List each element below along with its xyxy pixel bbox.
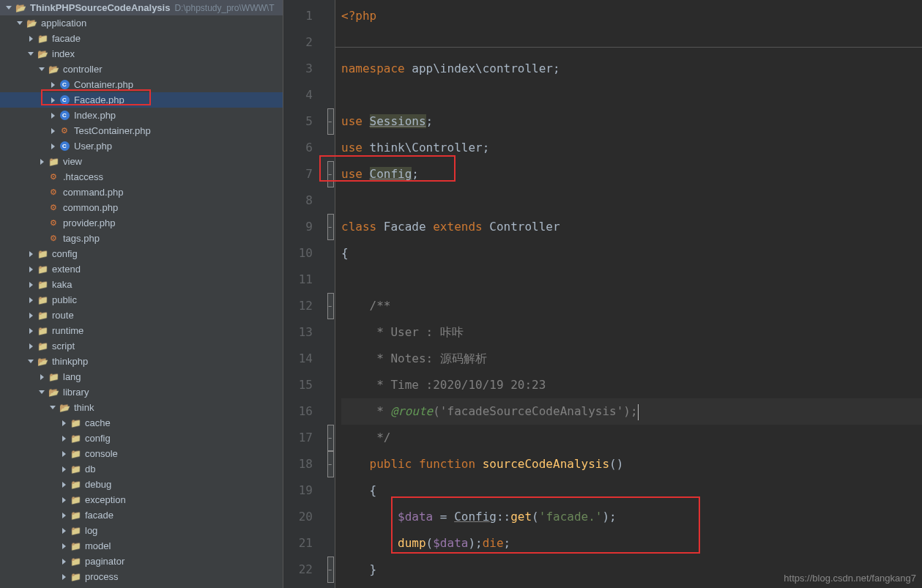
gear-icon — [48, 233, 59, 245]
tree-item-index[interactable]: index — [0, 46, 283, 62]
tree-item-facade[interactable]: facade — [0, 31, 283, 46]
chevron-right-icon[interactable] — [61, 543, 67, 549]
tree-item-route[interactable]: route — [0, 308, 283, 323]
chevron-right-icon[interactable] — [28, 36, 34, 42]
code-token: use — [341, 141, 370, 155]
chevron-right-icon[interactable] — [28, 297, 34, 303]
tree-item-tags-php[interactable]: tags.php — [0, 231, 283, 246]
code-token: public — [370, 457, 419, 471]
tree-item-thinkphp[interactable]: thinkphp — [0, 354, 283, 369]
chevron-right-icon[interactable] — [50, 128, 56, 134]
tree-item-facade[interactable]: facade — [0, 507, 283, 523]
chevron-right-icon[interactable] — [61, 466, 67, 472]
fold-toggle-icon[interactable]: − — [327, 161, 334, 187]
tree-item-config[interactable]: config — [0, 431, 283, 446]
chevron-right-icon[interactable] — [28, 267, 34, 272]
tree-item-label: runtime — [52, 325, 83, 336]
tree-item-label: model — [85, 540, 111, 551]
tree-item-container-php[interactable]: Container.php — [0, 77, 283, 92]
chevron-right-icon[interactable] — [28, 251, 34, 257]
tree-item-script[interactable]: script — [0, 338, 283, 354]
chevron-down-icon[interactable] — [39, 67, 45, 72]
tree-item-cache[interactable]: cache — [0, 415, 283, 431]
tree-item-log[interactable]: log — [0, 523, 283, 538]
tree-item-runtime[interactable]: runtime — [0, 323, 283, 338]
chevron-right-icon[interactable] — [28, 282, 34, 288]
chevron-right-icon[interactable] — [61, 482, 67, 488]
chevron-down-icon[interactable] — [39, 390, 45, 395]
tree-item-db[interactable]: db — [0, 461, 283, 477]
tree-item-process[interactable]: process — [0, 569, 283, 584]
chevron-right-icon[interactable] — [28, 328, 34, 334]
chevron-right-icon[interactable] — [61, 420, 67, 426]
code-editor[interactable]: 12345678910111213141516171819202122 −−−−… — [283, 0, 922, 588]
line-number: 11 — [283, 267, 326, 293]
project-tree-sidebar[interactable]: ThinkPHPSourceCodeAnalysisD:\phpstudy_pr… — [0, 0, 283, 588]
chevron-right-icon[interactable] — [39, 159, 45, 165]
chevron-right-icon[interactable] — [61, 513, 67, 518]
code-area[interactable]: <?php namespace app\index\controller; us… — [335, 0, 922, 588]
tree-item-public[interactable]: public — [0, 292, 283, 308]
line-number: 7 — [283, 161, 326, 187]
tree-item-console[interactable]: console — [0, 446, 283, 461]
fold-toggle-icon[interactable]: − — [327, 214, 334, 240]
chevron-right-icon[interactable] — [61, 574, 67, 580]
chevron-down-icon[interactable] — [28, 359, 34, 365]
tree-item-paginator[interactable]: paginator — [0, 554, 283, 569]
tree-item-index-php[interactable]: Index.php — [0, 108, 283, 123]
chevron-down-icon[interactable] — [17, 21, 23, 26]
chevron-right-icon[interactable] — [50, 144, 56, 149]
tree-item-extend[interactable]: extend — [0, 261, 283, 277]
tree-item-common-php[interactable]: common.php — [0, 200, 283, 215]
chevron-right-icon[interactable] — [28, 313, 34, 319]
text-caret — [638, 404, 639, 420]
line-number: 14 — [283, 346, 326, 372]
tree-item-label: lang — [63, 371, 81, 382]
tree-item-testcontainer-php[interactable]: TestContainer.php — [0, 123, 283, 138]
tree-item-lang[interactable]: lang — [0, 369, 283, 384]
tree-item-provider-php[interactable]: provider.php — [0, 215, 283, 231]
tree-item-application[interactable]: application — [0, 15, 283, 31]
tree-item-library[interactable]: library — [0, 384, 283, 400]
chevron-right-icon[interactable] — [50, 82, 56, 88]
fold-toggle-icon[interactable]: − — [327, 451, 334, 477]
tree-item-model[interactable]: model — [0, 538, 283, 554]
chevron-right-icon[interactable] — [61, 497, 67, 503]
tree-item-command-php[interactable]: command.php — [0, 185, 283, 200]
tree-item-controller[interactable]: controller — [0, 62, 283, 77]
chevron-right-icon[interactable] — [61, 528, 67, 534]
tree-item-label: Container.php — [74, 79, 133, 90]
chevron-right-icon[interactable] — [61, 559, 67, 565]
chevron-down-icon[interactable] — [6, 5, 12, 11]
fold-toggle-icon[interactable]: − — [327, 293, 334, 319]
tree-item-think[interactable]: think — [0, 400, 283, 415]
tree-item-view[interactable]: view — [0, 154, 283, 169]
tree-item-label: .htaccess — [63, 171, 103, 182]
tree-item--htaccess[interactable]: .htaccess — [0, 169, 283, 185]
fold-cell: − — [326, 557, 335, 583]
chevron-down-icon[interactable] — [50, 405, 56, 411]
chevron-right-icon[interactable] — [50, 97, 56, 103]
tree-item-label: User.php — [74, 141, 112, 152]
chevron-down-icon[interactable] — [28, 51, 34, 57]
code-annotation: @route — [390, 404, 433, 418]
tree-item-user-php[interactable]: User.php — [0, 138, 283, 154]
folder-icon — [37, 340, 48, 352]
chevron-right-icon[interactable] — [28, 343, 34, 349]
fold-toggle-icon[interactable]: − — [327, 557, 334, 583]
code-comment: * — [341, 404, 390, 418]
tree-item-thinkphpsourcecodeanalysis[interactable]: ThinkPHPSourceCodeAnalysisD:\phpstudy_pr… — [0, 0, 283, 15]
tree-item-label: route — [52, 310, 74, 321]
chevron-right-icon[interactable] — [61, 436, 67, 442]
chevron-right-icon[interactable] — [50, 113, 56, 119]
chevron-right-icon[interactable] — [61, 451, 67, 457]
tree-item-kaka[interactable]: kaka — [0, 277, 283, 292]
fold-toggle-icon[interactable]: − — [327, 108, 334, 135]
tree-item-exception[interactable]: exception — [0, 492, 283, 507]
tree-item-facade-php[interactable]: Facade.php — [0, 92, 283, 108]
tree-item-config[interactable]: config — [0, 246, 283, 261]
fold-toggle-icon[interactable]: − — [327, 425, 334, 451]
chevron-right-icon[interactable] — [39, 374, 45, 380]
tree-item-debug[interactable]: debug — [0, 477, 283, 492]
code-token: 'facade.' — [539, 510, 603, 524]
